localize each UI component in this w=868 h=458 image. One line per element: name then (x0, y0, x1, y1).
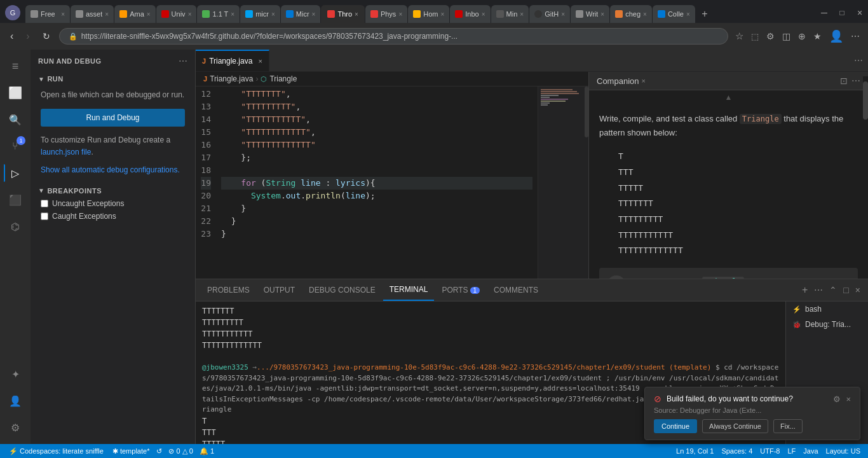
extensions-icon[interactable]: ⚙ (764, 29, 776, 43)
status-branch[interactable]: ✱ template* (110, 447, 152, 455)
notification-header: ⊘ Build failed, do you want to continue?… (654, 394, 851, 404)
panel-maximize-icon[interactable]: □ (841, 282, 851, 298)
tab-colle[interactable]: Colle × (653, 5, 695, 23)
tab-hom[interactable]: Hom × (408, 5, 449, 23)
editor-tab-ellipsis[interactable]: ⋯ (849, 50, 868, 71)
profile-icon[interactable]: 👤 (827, 27, 845, 45)
panel-tab-comments[interactable]: COMMENTS (487, 279, 545, 301)
companion-title: Companion (597, 76, 639, 86)
tab-free[interactable]: Free × (25, 5, 70, 23)
sidebar-ellipsis-icon[interactable]: ⋯ (179, 56, 187, 66)
codespaces-icon[interactable]: ⬚ (749, 30, 761, 43)
new-tab-button[interactable]: + (696, 5, 714, 23)
notification-actions: Continue Always Continue Fix... (654, 419, 851, 433)
companion-scroll-top: ▲ (589, 90, 868, 104)
forward-button[interactable]: › (22, 28, 33, 45)
notification-close-icon[interactable]: × (846, 394, 851, 404)
activity-testing-icon[interactable]: ⌬ (4, 215, 27, 238)
editor-tab-triangle[interactable]: J Triangle.java × (196, 50, 269, 71)
status-spaces[interactable]: Spaces: 4 (719, 447, 755, 455)
back-button[interactable]: ‹ (6, 28, 17, 45)
companion-menu-icon[interactable]: ⋯ (851, 76, 860, 86)
activity-run-icon[interactable]: ▷ (4, 162, 27, 184)
companion-x-icon[interactable]: × (642, 77, 646, 85)
activity-menu-icon[interactable]: ≡ (4, 55, 27, 78)
tab-filename: Triangle.java (209, 57, 252, 66)
menu-icon[interactable]: ⋯ (849, 29, 862, 43)
tab-univ[interactable]: Univ × (156, 5, 197, 23)
tab-writ[interactable]: Writ × (571, 5, 609, 23)
panel-ellipsis-icon[interactable]: ⋯ (811, 282, 825, 298)
status-errors[interactable]: ⊘ 0 △ 0 (166, 447, 194, 455)
tab-inbo[interactable]: Inbo × (450, 5, 490, 23)
status-bell[interactable]: 🔔 1 (198, 447, 216, 455)
minimize-button[interactable]: ─ (816, 5, 832, 20)
panel-tab-debug-console[interactable]: DEBUG CONSOLE (302, 279, 382, 301)
tab-1t[interactable]: 1.1 T × (197, 5, 240, 23)
terminal-debug-item[interactable]: 🐞 Debug: Tria... (786, 317, 868, 332)
tab-github[interactable]: GitH × (529, 5, 570, 23)
status-ln-col[interactable]: Ln 19, Col 1 (674, 447, 716, 455)
activity-git-icon[interactable]: ⑂1 (4, 135, 27, 158)
tab-phys[interactable]: Phys × (365, 5, 407, 23)
status-language[interactable]: Java (801, 447, 820, 455)
breakpoints-header[interactable]: ▼ BREAKPOINTS (31, 184, 195, 197)
bookmark-icon[interactable]: ☆ (733, 29, 745, 44)
notification-fix-button[interactable]: Fix... (773, 419, 803, 433)
tab-ama[interactable]: Ama × (114, 5, 155, 23)
show-configs-link[interactable]: Show all automatic debug configurations. (41, 165, 180, 174)
status-line-ending[interactable]: LF (785, 447, 798, 455)
run-debug-button[interactable]: Run and Debug (41, 109, 185, 127)
status-refresh[interactable]: ↺ (154, 447, 164, 455)
favorites-icon[interactable]: ★ (811, 29, 824, 43)
profile-icon[interactable]: G (5, 5, 20, 20)
tab-micr[interactable]: micr × (240, 5, 280, 23)
caught-checkbox[interactable] (41, 212, 48, 220)
activity-account-icon[interactable]: 👤 (4, 389, 27, 412)
panel-tab-terminal[interactable]: TERMINAL (383, 279, 435, 301)
status-encoding[interactable]: UTF-8 (757, 447, 782, 455)
status-layout[interactable]: Layout: US (824, 447, 863, 455)
panel-tab-output[interactable]: OUTPUT (257, 279, 301, 301)
panel-add-icon[interactable]: + (799, 282, 810, 298)
notification-continue-button[interactable]: Continue (654, 419, 697, 433)
activity-explorer-icon[interactable]: ⬜ (4, 81, 27, 104)
activity-copilot-icon[interactable]: ✦ (4, 363, 27, 385)
sidebar-toggle-icon[interactable]: ◫ (780, 29, 792, 43)
notification-gear-icon[interactable]: ⚙ (833, 394, 841, 404)
status-codespaces[interactable]: ⚡ Codespaces: literate sniffle (5, 447, 107, 455)
code-line: "TTTTTTTTT", (221, 101, 532, 113)
activity-bar: ≡ ⬜ 🔍 ⑂1 ▷ ⬛ ⌬ ✦ 👤 ⚙ (0, 50, 31, 444)
panel-tab-problems[interactable]: PROBLEMS (201, 279, 256, 301)
tab-thro[interactable]: Thro × (321, 5, 364, 23)
uncaught-checkbox[interactable] (41, 200, 48, 207)
url-bar[interactable]: 🔒 https://literate-sniffle-x5wx9wg5x7w4f… (59, 28, 728, 45)
activity-settings-icon[interactable]: ⚙ (4, 416, 27, 439)
companion-split-icon[interactable]: ⊡ (840, 76, 848, 86)
activity-extensions-icon[interactable]: ⬛ (4, 188, 27, 211)
launch-json-link[interactable]: launch.json file (41, 148, 91, 156)
terminal-line: TTTTTTTTT (202, 317, 779, 328)
task-01-item[interactable]: ▶ Task 01: Create the Triangle class. ∨ (599, 268, 858, 279)
notification-always-continue-button[interactable]: Always Continue (702, 419, 768, 433)
panel-tab-ports[interactable]: PORTS 1 (435, 279, 486, 301)
tab-close-icon[interactable]: × (258, 57, 262, 65)
terminal-bash-item[interactable]: ⚡ bash (786, 302, 868, 317)
panel-close-icon[interactable]: × (853, 282, 863, 298)
status-bar: ⚡ Codespaces: literate sniffle ✱ templat… (0, 444, 868, 458)
tab-mind[interactable]: Min × (491, 5, 529, 23)
zoom-icon[interactable]: ⊕ (796, 29, 808, 43)
tab-asset[interactable]: asset × (71, 5, 114, 23)
tab-micr2[interactable]: Micr × (281, 5, 321, 23)
activity-search-icon[interactable]: 🔍 (4, 108, 27, 131)
terminal-debug-icon: 🐞 (792, 321, 801, 329)
minimap (538, 87, 588, 279)
reload-button[interactable]: ↻ (39, 29, 54, 44)
panel-minimize-icon[interactable]: ⌃ (827, 282, 839, 298)
triangle-pattern: T TTT TTTTT TTTTTTT TTTTTTTTT TTTTTTTTTT… (618, 149, 858, 259)
lock-icon: 🔒 (69, 32, 78, 41)
run-section-header[interactable]: ▼ RUN (31, 73, 195, 85)
close-button[interactable]: × (851, 5, 868, 20)
tab-cheg[interactable]: cheg × (610, 5, 652, 23)
maximize-button[interactable]: □ (834, 5, 850, 20)
